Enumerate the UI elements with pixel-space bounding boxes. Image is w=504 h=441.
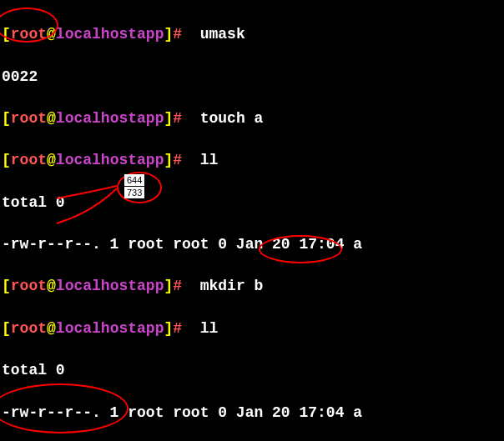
term-line: [root@localhostapp]# mkdir b (2, 276, 502, 297)
annotation-label: 733 (124, 187, 144, 198)
term-line: [root@localhostapp]# ll (2, 150, 502, 171)
prompt-bracket-close: ] (164, 110, 173, 127)
prompt-at: @ (47, 320, 56, 337)
term-line: total 0 (2, 360, 502, 381)
prompt-user: root (11, 110, 47, 127)
command-text (182, 26, 200, 43)
prompt-bracket-open: [ (2, 110, 11, 127)
prompt-bracket-open: [ (2, 320, 11, 337)
term-line: [root@localhostapp]# ll (2, 318, 502, 339)
term-line: [root@localhostapp]# umask (2, 24, 502, 45)
output-text: total 0 (2, 194, 65, 211)
output-text: total 0 (2, 362, 65, 378)
command-text: umask (200, 26, 245, 43)
prompt-bracket-open: [ (2, 152, 11, 168)
prompt-host: localhostapp (56, 26, 164, 43)
command-text: ll (200, 152, 219, 168)
prompt-bracket-open: [ (2, 278, 11, 294)
command-text: ll (200, 320, 219, 337)
command-text: mkdir b (200, 278, 264, 294)
prompt-host: localhostapp (56, 320, 164, 337)
prompt-host: localhostapp (56, 278, 164, 294)
term-line: [root@localhostapp]# touch a (2, 108, 502, 129)
prompt-bracket-close: ] (164, 320, 173, 337)
term-line: -rw-r--r--. 1 root root 0 Jan 20 17:04 a (2, 234, 502, 255)
prompt-bracket-close: ] (164, 278, 173, 294)
prompt-user: root (11, 152, 47, 168)
prompt-host: localhostapp (56, 110, 164, 127)
term-line: total 0 (2, 193, 502, 213)
prompt-at: @ (47, 278, 56, 294)
prompt-hash: # (173, 278, 182, 294)
prompt-host: localhostapp (56, 152, 164, 168)
command-text: touch a (200, 110, 264, 127)
prompt-hash: # (173, 320, 182, 337)
prompt-user: root (11, 320, 47, 337)
circle-annotation-icon (259, 235, 342, 263)
terminal-output: [root@localhostapp]# umask 0022 [root@lo… (0, 0, 504, 441)
prompt-at: @ (47, 110, 56, 127)
prompt-bracket-close: ] (164, 26, 173, 43)
prompt-hash: # (173, 152, 182, 168)
prompt-at: @ (47, 152, 56, 168)
annotation-label: 644 (124, 174, 144, 186)
output-text: 0022 (2, 68, 38, 85)
prompt-hash: # (173, 26, 182, 43)
prompt-user: root (11, 278, 47, 294)
term-line: 0022 (2, 67, 502, 88)
prompt-bracket-close: ] (164, 152, 173, 168)
prompt-hash: # (173, 110, 182, 127)
